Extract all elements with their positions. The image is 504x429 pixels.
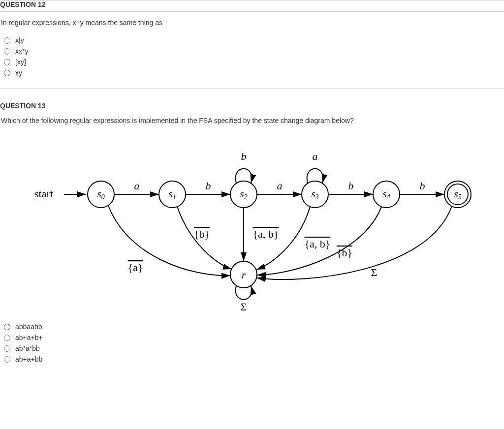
question-13-text-content: Which of the following regular expressio…: [1, 117, 354, 124]
question-12-header: QUESTION 12: [0, 0, 504, 12]
q12-option-row[interactable]: [xy]: [4, 58, 504, 66]
question-12-text: In regular expressions, x+y means the sa…: [0, 19, 504, 27]
label-s0-s1: a: [134, 180, 140, 192]
label-s3-s4: b: [348, 180, 354, 192]
question-13-text: Which of the following regular expressio…: [0, 117, 504, 124]
q13-radio-4[interactable]: [4, 356, 10, 363]
state-s0-s: s: [97, 187, 101, 200]
edge-s0-r: [108, 206, 230, 276]
q12-radio-3[interactable]: [4, 59, 10, 65]
label-loop-s2: b: [241, 150, 247, 162]
label-s1-s2: b: [206, 180, 211, 192]
q13-radio-3[interactable]: [4, 345, 10, 352]
q12-option-row[interactable]: xy: [4, 69, 504, 77]
q12-option-4-label: xy: [15, 69, 22, 77]
question-12-options: x|y xx*y [xy] xy: [0, 36, 504, 77]
q13-option-row[interactable]: ab*a*bb: [4, 344, 504, 352]
label-s3-r: {a, b}: [305, 238, 331, 250]
start-label: start: [34, 187, 53, 200]
q12-radio-1[interactable]: [4, 37, 10, 44]
q13-option-4-label: ab+a+bb: [15, 355, 42, 363]
q13-option-3-label: ab*a*bb: [15, 344, 40, 352]
q13-radio-2[interactable]: [4, 335, 10, 341]
q13-option-row[interactable]: abbaabb: [4, 323, 504, 331]
label-s1-r: {b}: [194, 228, 210, 240]
question-13: QUESTION 13 Which of the following regul…: [0, 102, 504, 363]
q12-option-3-label: [xy]: [15, 58, 26, 66]
state-s3-s: s: [311, 187, 315, 200]
q13-option-2-label: ab+a+b+: [15, 334, 43, 341]
q13-option-row[interactable]: ab+a+b+: [4, 334, 504, 341]
separator: [0, 89, 504, 89]
label-s2-r: {a, b}: [253, 228, 279, 240]
q12-radio-2[interactable]: [4, 48, 10, 55]
question-12: QUESTION 12 In regular expressions, x+y …: [0, 0, 504, 77]
fsa-diagram: start s0 s1 s2 s3 s4 s5 r: [0, 134, 504, 323]
label-loop-s3: a: [313, 150, 318, 162]
label-s5-r: Σ: [371, 266, 378, 278]
fsa-svg: start s0 s1 s2 s3 s4 s5 r: [30, 144, 482, 311]
question-13-options: abbaabb ab+a+b+ ab*a*bb ab+a+bb: [0, 323, 504, 363]
label-loop-r: Σ: [241, 301, 247, 311]
label-s4-r: {b}: [337, 246, 352, 259]
edge-s5-r: [257, 206, 452, 279]
state-s2-s: s: [240, 187, 244, 200]
q13-radio-1[interactable]: [4, 324, 10, 330]
q12-option-row[interactable]: xx*y: [4, 47, 504, 55]
q13-option-1-label: abbaabb: [15, 323, 42, 331]
state-s4-s: s: [382, 187, 387, 200]
q12-option-row[interactable]: x|y: [4, 36, 504, 44]
state-s5-s: s: [454, 187, 458, 200]
q12-option-2-label: xx*y: [15, 47, 28, 55]
question-12-text-content: In regular expressions, x+y means the sa…: [1, 19, 162, 27]
question-13-header: QUESTION 13: [0, 102, 504, 110]
state-s1-s: s: [168, 187, 173, 200]
state-r-label: r: [242, 269, 246, 281]
q13-option-row[interactable]: ab+a+bb: [4, 355, 504, 363]
label-s4-s5: b: [420, 180, 425, 192]
q12-radio-4[interactable]: [4, 70, 10, 76]
q12-option-1-label: x|y: [15, 36, 24, 44]
label-s0-r: {a}: [128, 261, 143, 274]
label-s2-s3: a: [277, 180, 283, 192]
